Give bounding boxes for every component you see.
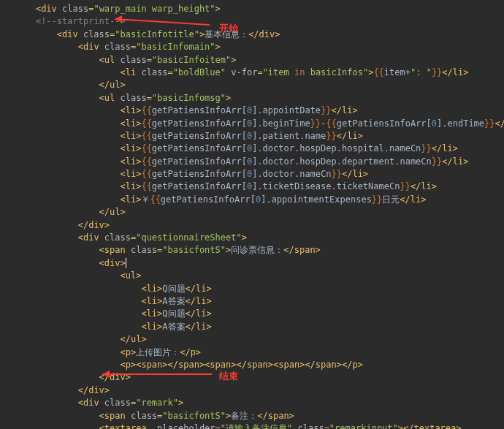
code-line: <p><span></span><span></span><span></spa… bbox=[15, 360, 363, 370]
code-line: </ul> bbox=[15, 334, 147, 344]
code-line: <div class="basicInfomain"> bbox=[15, 42, 221, 52]
code-line: <li>Q问题</li> bbox=[15, 308, 212, 319]
code-line: </ul> bbox=[15, 207, 126, 217]
code-line: <div> bbox=[15, 258, 126, 268]
code-content[interactable]: <div class="warp_main warp_height"> <!--… bbox=[15, 3, 504, 429]
code-line: <li>{{getPatiensInfoArr[0].beginTime}}-{… bbox=[15, 118, 504, 129]
code-line: <li>{{getPatiensInfoArr[0].patient.name}… bbox=[15, 131, 363, 141]
code-line: <li>{{getPatiensInfoArr[0].doctor.hospDe… bbox=[15, 143, 458, 153]
code-line: <li class="boldBlue" v-for="item in basi… bbox=[15, 67, 468, 77]
code-line: <ul class="basicInfomsg"> bbox=[15, 93, 231, 103]
code-line: <li>A答案</li> bbox=[15, 322, 212, 332]
code-line: </ul> bbox=[15, 80, 126, 90]
code-line: <li>{{getPatiensInfoArr[0].doctor.nameCn… bbox=[15, 169, 368, 179]
code-line: <div class="warp_main warp_height"> bbox=[15, 4, 221, 14]
code-line: <!--startprint--> bbox=[15, 16, 126, 26]
code-line: <span class="basicfontS">问诊票信息：</span> bbox=[15, 245, 321, 255]
code-line: <li>{{getPatiensInfoArr[0].doctor.hospDe… bbox=[15, 156, 468, 167]
code-line: <div class="basicInfotitle">基本信息：</div> bbox=[15, 29, 280, 39]
code-line: <li>{{getPatiensInfoArr[0].ticketDisease… bbox=[15, 181, 437, 191]
code-line: <div class="remark"> bbox=[15, 398, 183, 408]
code-line: <li>{{getPatiensInfoArr[0].appointDate}}… bbox=[15, 105, 358, 115]
code-line: <p>上传图片：</p> bbox=[15, 347, 201, 357]
code-line: <li>A答案</li> bbox=[15, 296, 212, 306]
code-editor[interactable]: <div class="warp_main warp_height"> <!--… bbox=[0, 0, 504, 429]
code-line: <textarea placeholder="请输入备注信息" class="r… bbox=[15, 423, 462, 429]
code-line: <div class="questionnaireSheet"> bbox=[15, 232, 247, 243]
code-line: <li>Q问题</li> bbox=[15, 284, 212, 294]
code-line: <span class="basicfontS">备注：</span> bbox=[15, 411, 294, 421]
code-line: <ul class="basicInfoitem"> bbox=[15, 55, 236, 65]
code-line: <li>￥{{getPatiensInfoArr[0].appointmentE… bbox=[15, 194, 426, 205]
code-line: <ul> bbox=[15, 270, 141, 281]
code-line: </div> bbox=[15, 220, 110, 230]
code-line: </div> bbox=[15, 372, 131, 382]
code-line: </div> bbox=[15, 385, 110, 395]
